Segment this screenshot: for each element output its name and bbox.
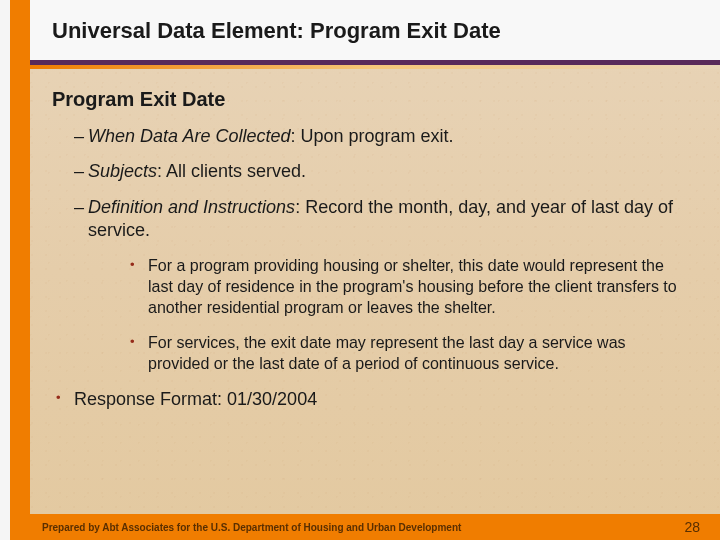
bullet-icon: • — [130, 332, 148, 374]
sub-bullet: • For services, the exit date may repres… — [130, 332, 682, 374]
sub-bullet-text: For services, the exit date may represen… — [148, 332, 682, 374]
sub-bullet-text: For a program providing housing or shelt… — [148, 255, 682, 318]
item-label: Subjects — [88, 161, 157, 181]
left-white-bar — [0, 0, 10, 540]
content: Program Exit Date – When Data Are Collec… — [52, 88, 682, 412]
gradient-rule — [30, 65, 720, 69]
section-title: Program Exit Date — [52, 88, 682, 111]
item-text: : All clients served. — [157, 161, 306, 181]
footer-text: Prepared by Abt Associates for the U.S. … — [42, 522, 461, 533]
item-text: : Upon program exit. — [290, 126, 453, 146]
response-text: Response Format: 01/30/2004 — [74, 388, 317, 411]
item-when-collected: – When Data Are Collected: Upon program … — [52, 125, 682, 148]
bullet-icon: • — [130, 255, 148, 318]
item-definition: – Definition and Instructions: Record th… — [52, 196, 682, 243]
footer: Prepared by Abt Associates for the U.S. … — [30, 514, 720, 540]
sub-bullet: • For a program providing housing or she… — [130, 255, 682, 318]
page-title: Universal Data Element: Program Exit Dat… — [52, 18, 501, 44]
item-label: When Data Are Collected — [88, 126, 290, 146]
left-orange-bar — [10, 0, 30, 540]
page-number: 28 — [684, 519, 700, 535]
response-format: • Response Format: 01/30/2004 — [52, 388, 682, 411]
item-subjects: – Subjects: All clients served. — [52, 160, 682, 183]
bullet-icon: • — [56, 388, 74, 411]
item-label: Definition and Instructions — [88, 197, 295, 217]
